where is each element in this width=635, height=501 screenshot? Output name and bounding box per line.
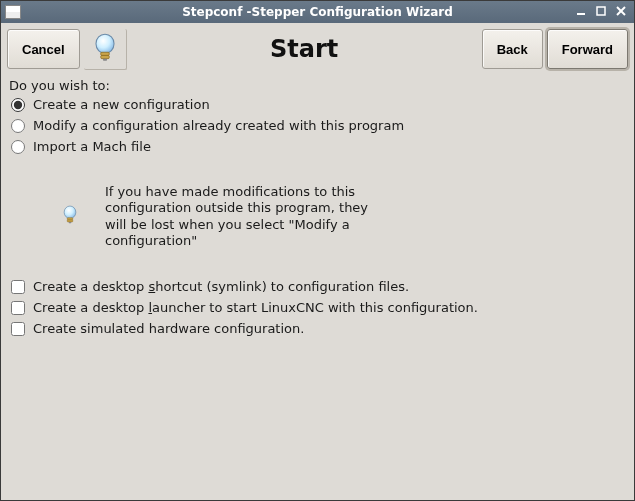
radio-row-create: Create a new configuration [11,97,626,112]
svg-rect-11 [69,222,72,223]
checkbox-sim[interactable] [11,322,25,336]
check-row-shortcut: Create a desktop shortcut (symlink) to c… [11,279,626,294]
check-row-launcher: Create a desktop launcher to start Linux… [11,300,626,315]
window-controls [574,5,634,20]
lightbulb-small-icon [59,204,81,229]
lightbulb-icon [88,31,122,68]
forward-button[interactable]: Forward [547,29,628,69]
radio-modify[interactable] [11,119,25,133]
radio-row-mach: Import a Mach file [11,139,626,154]
spacer-right [350,29,477,70]
svg-rect-5 [100,52,109,55]
prompt-label: Do you wish to: [9,78,626,93]
maximize-icon[interactable] [594,5,608,20]
page-icon-wrap [84,29,127,70]
back-button-label: Back [497,42,528,57]
checkbox-group: Create a desktop shortcut (symlink) to c… [9,279,626,336]
warning-text: If you have made modifications to this c… [105,184,380,249]
minimize-icon[interactable] [574,5,588,20]
back-button[interactable]: Back [482,29,543,69]
radio-modify-label[interactable]: Modify a configuration already created w… [33,118,404,133]
app-icon [5,5,21,19]
wizard-body: Do you wish to: Create a new configurati… [1,70,634,500]
svg-rect-6 [100,55,109,58]
warning-block: If you have made modifications to this c… [59,184,479,249]
svg-point-4 [96,34,114,53]
checkbox-sim-label[interactable]: Create simulated hardware configuration. [33,321,304,336]
forward-button-label: Forward [562,42,613,57]
checkbox-launcher[interactable] [11,301,25,315]
cancel-button-label: Cancel [22,42,65,57]
svg-point-8 [64,206,76,218]
radio-row-modify: Modify a configuration already created w… [11,118,626,133]
close-icon[interactable] [614,5,628,20]
spacer-left [131,29,258,70]
radio-mach-label[interactable]: Import a Mach file [33,139,151,154]
wizard-header: Cancel [1,23,634,70]
wizard-window: Stepconf -Stepper Configuration Wizard C… [0,0,635,501]
check-row-sim: Create simulated hardware configuration. [11,321,626,336]
svg-rect-9 [67,218,73,220]
svg-rect-10 [67,220,73,222]
radio-create[interactable] [11,98,25,112]
checkbox-shortcut[interactable] [11,280,25,294]
window-title: Stepconf -Stepper Configuration Wizard [1,5,634,19]
svg-rect-1 [597,7,605,15]
cancel-button[interactable]: Cancel [7,29,80,69]
svg-rect-7 [103,58,107,60]
radio-mach[interactable] [11,140,25,154]
titlebar: Stepconf -Stepper Configuration Wizard [1,1,634,23]
page-title: Start [262,29,346,70]
radio-create-label[interactable]: Create a new configuration [33,97,210,112]
checkbox-launcher-label[interactable]: Create a desktop launcher to start Linux… [33,300,478,315]
checkbox-shortcut-label[interactable]: Create a desktop shortcut (symlink) to c… [33,279,409,294]
